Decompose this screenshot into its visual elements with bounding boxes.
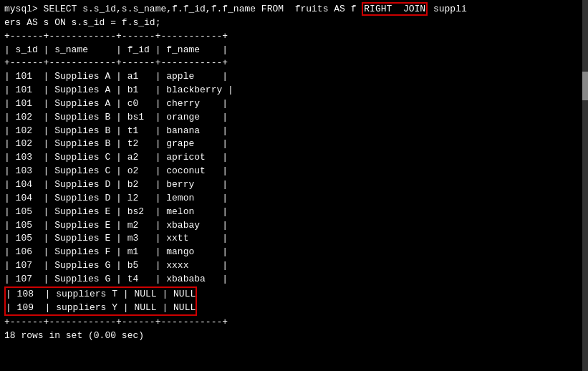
table-row: | 103 | Supplies C | o2 | coconut | [4,165,584,178]
terminal-window: mysql> SELECT s.s_id,s.s_name,f.f_id,f.f… [0,0,588,371]
table-footer: +------+------------+------+-----------+… [4,316,584,343]
table-row: | 101 | Supplies A | a1 | apple | [4,70,584,84]
right-join-keyword: RIGHT JOIN [362,2,428,16]
table-rows: | 101 | Supplies A | a1 | apple || 101 |… [4,70,584,286]
sql-query-line2: ers AS s ON s.s_id = f.s_id; [4,17,160,28]
highlighted-rows: | 108 | suppliers T | NULL | NULL | 109 … [6,288,196,315]
table-row: | 105 | Supplies E | m3 | xxtt | [4,232,584,246]
table-row: | 101 | Supplies A | b1 | blackberry | [4,84,584,97]
table-row: | 107 | Supplies G | t4 | xbababa | [4,273,584,286]
result-summary: 18 rows in set (0.00 sec) [4,330,144,341]
table-row: | 106 | Supplies F | m1 | mango | [4,246,584,259]
table-row: | 105 | Supplies E | m2 | xbabay | [4,219,584,233]
highlighted-rows-container: | 108 | suppliers T | NULL | NULL | 109 … [4,286,197,317]
table-row: | 101 | Supplies A | c0 | cherry | [4,97,584,111]
divider-bottom: +------+------------+------+-----------+ [4,317,228,327]
sql-query-part1: SELECT s.s_id,s.s_name,f.f_id,f.f_name F… [44,4,362,14]
table-row: | 104 | Supplies D | b2 | berry | [4,178,584,192]
sql-query-part2: suppli [428,4,467,14]
table-row: | 107 | Supplies G | b5 | xxxx | [4,259,584,273]
divider-top: +------+------------+------+-----------+ [4,31,228,42]
table-row: | 104 | Supplies D | l2 | lemon | [4,192,584,206]
header-row: | s_id | s_name | f_id | f_name | [4,44,228,55]
scrollbar-thumb[interactable] [582,72,588,100]
table-row: | 103 | Supplies C | a2 | apricot | [4,151,584,165]
prompt: mysql> [4,4,44,14]
scrollbar[interactable] [582,0,588,371]
divider-mid: +------+------------+------+-----------+ [4,57,228,68]
table-row: | 102 | Supplies B | t2 | grape | [4,138,584,151]
table-row: | 105 | Supplies E | bs2 | melon | [4,206,584,219]
table-row: | 102 | Supplies B | bs1 | orange | [4,111,584,125]
table-row: | 102 | Supplies B | t1 | banana | [4,125,584,138]
terminal-content: mysql> SELECT s.s_id,s.s_name,f.f_id,f.f… [4,3,584,70]
